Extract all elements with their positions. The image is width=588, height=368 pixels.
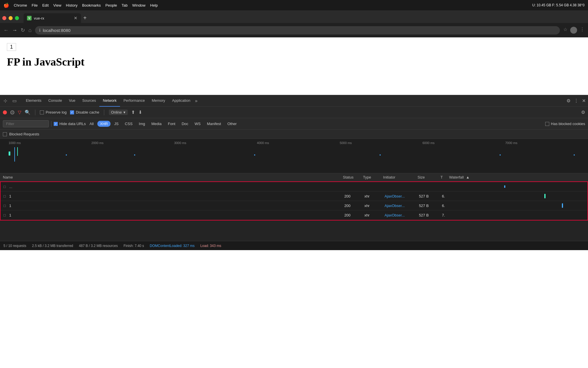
timeline-spike-0 — [14, 147, 15, 162]
tab-network[interactable]: Network — [99, 95, 120, 107]
menu-tab[interactable]: Tab — [122, 3, 128, 7]
traffic-light-close[interactable] — [2, 16, 6, 20]
filter-img[interactable]: Img — [136, 121, 148, 127]
filter-js[interactable]: JS — [112, 121, 121, 127]
row-checkbox-2[interactable]: □ — [3, 204, 9, 208]
tab-memory[interactable]: Memory — [148, 95, 169, 107]
menu-bookmarks[interactable]: Bookmarks — [82, 3, 101, 7]
apple-menu[interactable]: 🍎 — [3, 3, 9, 8]
filter-ws[interactable]: WS — [192, 121, 203, 127]
filter-other[interactable]: Other — [225, 121, 239, 127]
tab-elements[interactable]: Elements — [22, 95, 45, 107]
table-row-1[interactable]: □ 1 200 xhr AjaxObser... 527 B 6. — [1, 191, 587, 201]
tab-vue[interactable]: Vue — [65, 95, 79, 107]
devtools-close-icon[interactable]: ✕ — [582, 98, 586, 103]
upload-icon[interactable]: ⬆ — [131, 110, 135, 115]
menu-window[interactable]: Window — [132, 3, 146, 7]
timeline-label-1: 1000 ms — [9, 141, 91, 145]
table-row-3[interactable]: □ 1 200 xhr AjaxObser... 527 B 7. — [1, 210, 587, 220]
online-dropdown[interactable]: Online ▾ — [109, 110, 128, 115]
online-label: Online — [111, 110, 122, 114]
filter-media[interactable]: Media — [149, 121, 164, 127]
devtools-right-icons: ⚙ ⋮ ✕ — [566, 98, 586, 103]
row-initiator-2: AjaxObser... — [384, 204, 419, 208]
filter-icon[interactable]: ▽ — [18, 110, 21, 115]
status-transferred: 2.5 kB / 3.2 MB transferred — [32, 244, 73, 248]
filter-bar: ✓ Hide data URLs All XHR JS CSS Img Medi… — [0, 118, 588, 130]
devtools-status-bar: 5 / 10 requests 2.5 kB / 3.2 MB transfer… — [0, 241, 588, 250]
menu-history[interactable]: History — [66, 3, 78, 7]
address-input[interactable] — [43, 28, 556, 33]
row-size-1: 527 B — [419, 194, 442, 198]
wf-bar-1 — [544, 194, 546, 198]
row-checkbox-3[interactable]: □ — [3, 213, 9, 217]
table-row-2[interactable]: □ 1 200 xhr AjaxObser... 527 B 6. — [1, 201, 587, 210]
menu-help[interactable]: Help — [150, 3, 158, 7]
download-icon[interactable]: ⬇ — [138, 110, 142, 115]
col-header-size[interactable]: Size — [417, 175, 440, 179]
filter-css[interactable]: CSS — [122, 121, 135, 127]
filter-input[interactable] — [3, 120, 49, 127]
menu-file[interactable]: File — [32, 3, 38, 7]
filter-xhr[interactable]: XHR — [97, 121, 110, 127]
filter-font[interactable]: Font — [165, 121, 178, 127]
tab-sources[interactable]: Sources — [79, 95, 100, 107]
row-waterfall-0 — [450, 184, 585, 189]
clear-button[interactable]: ⊘ — [10, 110, 14, 114]
tab-close-button[interactable]: ✕ — [74, 16, 78, 21]
page-heading: FP in JavaScript — [7, 55, 581, 68]
traffic-light-minimize[interactable] — [9, 16, 13, 20]
filter-manifest[interactable]: Manifest — [204, 121, 224, 127]
disable-cache-checkbox[interactable]: ✓ — [70, 110, 74, 114]
devtools-settings-icon[interactable]: ⚙ — [566, 98, 570, 103]
devtools-more-icon[interactable]: ⋮ — [574, 98, 579, 103]
col-header-status[interactable]: Status — [343, 175, 363, 179]
preserve-log-label[interactable]: Preserve log — [40, 110, 67, 114]
new-tab-button[interactable]: + — [83, 15, 87, 21]
menu-edit[interactable]: Edit — [42, 3, 49, 7]
col-header-initiator[interactable]: Initiator — [383, 175, 417, 179]
tab-console[interactable]: Console — [45, 95, 65, 107]
network-settings-icon[interactable]: ⚙ — [581, 110, 585, 115]
filter-all[interactable]: All — [87, 121, 96, 127]
hide-data-urls-checkbox[interactable]: ✓ — [54, 122, 58, 126]
cursor-icon[interactable]: ⊹ — [2, 97, 8, 104]
tab-application[interactable]: Application — [169, 95, 194, 107]
search-icon[interactable]: 🔍 — [25, 110, 30, 115]
more-tabs-button[interactable]: » — [195, 98, 198, 103]
col-header-type[interactable]: Type — [363, 175, 383, 179]
menu-chrome[interactable]: Chrome — [14, 3, 27, 7]
row-checkbox-1[interactable]: □ — [3, 194, 9, 198]
blocked-requests-checkbox[interactable] — [3, 132, 7, 136]
blocked-requests-row: Blocked Requests — [0, 130, 588, 139]
has-blocked-cookies-checkbox[interactable] — [545, 122, 549, 126]
tab-performance[interactable]: Performance — [120, 95, 148, 107]
row-checkbox-0[interactable]: □ — [3, 185, 9, 189]
record-button[interactable] — [3, 110, 7, 114]
home-button[interactable]: ⌂ — [28, 27, 32, 33]
preserve-log-checkbox[interactable] — [40, 110, 44, 114]
filter-doc[interactable]: Doc — [179, 121, 191, 127]
menubar: 🍎 Chrome File Edit View History Bookmark… — [0, 0, 588, 10]
bookmark-icon[interactable]: ☆ — [563, 27, 567, 34]
inspector-icon[interactable]: ▭ — [11, 97, 18, 104]
row-initiator-1: AjaxObser... — [384, 194, 419, 198]
forward-button[interactable]: → — [12, 27, 17, 33]
address-right-icons: ☆ ⋮ — [563, 27, 585, 34]
reload-button[interactable]: ↻ — [21, 27, 25, 33]
menu-icon[interactable]: ⋮ — [580, 27, 585, 34]
menu-view[interactable]: View — [53, 3, 61, 7]
hide-data-urls-label[interactable]: ✓ Hide data URLs — [54, 122, 86, 126]
tab-vue-rx[interactable]: V vue-rx ✕ — [24, 13, 81, 23]
col-header-waterfall[interactable]: Waterfall ▲ — [449, 175, 585, 179]
table-row-0[interactable]: □ ... — [1, 182, 587, 191]
traffic-light-fullscreen[interactable] — [15, 16, 19, 20]
back-button[interactable]: ← — [3, 27, 9, 33]
disable-cache-label[interactable]: ✓ Disable cache — [70, 110, 99, 114]
timeline-label-6: 6000 ms — [422, 141, 505, 145]
col-header-name[interactable]: Name — [3, 175, 343, 179]
col-header-time[interactable]: T — [440, 175, 449, 179]
timeline-dot-5 — [500, 154, 501, 156]
user-avatar[interactable] — [570, 27, 577, 34]
menu-people[interactable]: People — [105, 3, 117, 7]
